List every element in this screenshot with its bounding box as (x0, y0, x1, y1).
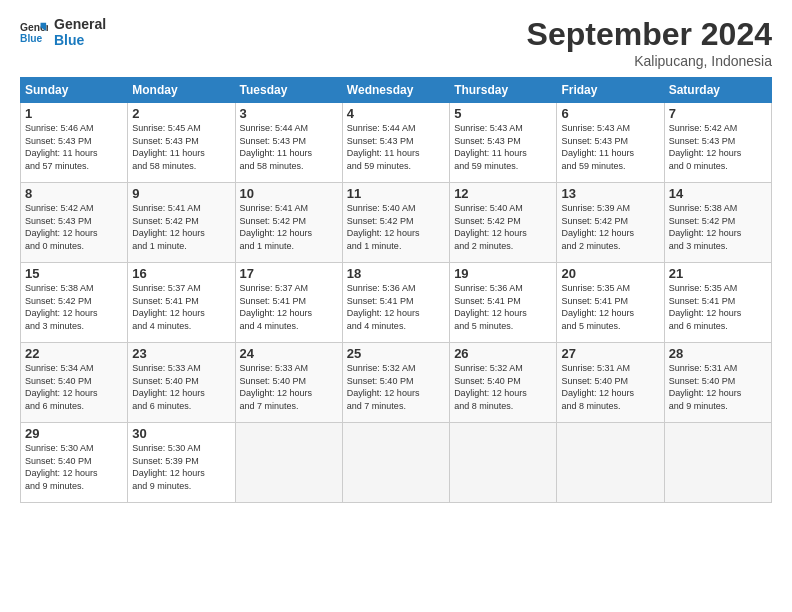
day-info: Sunrise: 5:43 AMSunset: 5:43 PMDaylight:… (561, 122, 659, 172)
day-cell: 9Sunrise: 5:41 AMSunset: 5:42 PMDaylight… (128, 183, 235, 263)
day-info: Sunrise: 5:42 AMSunset: 5:43 PMDaylight:… (25, 202, 123, 252)
day-number: 22 (25, 346, 123, 361)
day-number: 10 (240, 186, 338, 201)
day-number: 6 (561, 106, 659, 121)
day-number: 11 (347, 186, 445, 201)
day-cell (664, 423, 771, 503)
day-info: Sunrise: 5:32 AMSunset: 5:40 PMDaylight:… (347, 362, 445, 412)
day-cell (450, 423, 557, 503)
day-cell: 15Sunrise: 5:38 AMSunset: 5:42 PMDayligh… (21, 263, 128, 343)
header-row: SundayMondayTuesdayWednesdayThursdayFrid… (21, 78, 772, 103)
day-info: Sunrise: 5:37 AMSunset: 5:41 PMDaylight:… (240, 282, 338, 332)
col-header-sunday: Sunday (21, 78, 128, 103)
day-number: 29 (25, 426, 123, 441)
day-cell: 6Sunrise: 5:43 AMSunset: 5:43 PMDaylight… (557, 103, 664, 183)
day-number: 28 (669, 346, 767, 361)
day-cell: 17Sunrise: 5:37 AMSunset: 5:41 PMDayligh… (235, 263, 342, 343)
day-cell: 18Sunrise: 5:36 AMSunset: 5:41 PMDayligh… (342, 263, 449, 343)
logo-text-line2: Blue (54, 32, 106, 48)
day-cell: 30Sunrise: 5:30 AMSunset: 5:39 PMDayligh… (128, 423, 235, 503)
day-info: Sunrise: 5:40 AMSunset: 5:42 PMDaylight:… (347, 202, 445, 252)
day-info: Sunrise: 5:37 AMSunset: 5:41 PMDaylight:… (132, 282, 230, 332)
week-row-1: 1Sunrise: 5:46 AMSunset: 5:43 PMDaylight… (21, 103, 772, 183)
day-info: Sunrise: 5:45 AMSunset: 5:43 PMDaylight:… (132, 122, 230, 172)
day-number: 20 (561, 266, 659, 281)
day-number: 12 (454, 186, 552, 201)
day-number: 24 (240, 346, 338, 361)
day-cell: 23Sunrise: 5:33 AMSunset: 5:40 PMDayligh… (128, 343, 235, 423)
week-row-4: 22Sunrise: 5:34 AMSunset: 5:40 PMDayligh… (21, 343, 772, 423)
day-info: Sunrise: 5:30 AMSunset: 5:40 PMDaylight:… (25, 442, 123, 492)
day-cell: 12Sunrise: 5:40 AMSunset: 5:42 PMDayligh… (450, 183, 557, 263)
day-info: Sunrise: 5:43 AMSunset: 5:43 PMDaylight:… (454, 122, 552, 172)
day-number: 1 (25, 106, 123, 121)
day-number: 27 (561, 346, 659, 361)
day-cell (342, 423, 449, 503)
day-number: 19 (454, 266, 552, 281)
logo-icon: General Blue (20, 18, 48, 46)
day-cell: 24Sunrise: 5:33 AMSunset: 5:40 PMDayligh… (235, 343, 342, 423)
day-number: 21 (669, 266, 767, 281)
col-header-wednesday: Wednesday (342, 78, 449, 103)
day-info: Sunrise: 5:35 AMSunset: 5:41 PMDaylight:… (561, 282, 659, 332)
day-cell: 25Sunrise: 5:32 AMSunset: 5:40 PMDayligh… (342, 343, 449, 423)
day-cell: 26Sunrise: 5:32 AMSunset: 5:40 PMDayligh… (450, 343, 557, 423)
day-number: 3 (240, 106, 338, 121)
day-info: Sunrise: 5:32 AMSunset: 5:40 PMDaylight:… (454, 362, 552, 412)
day-number: 16 (132, 266, 230, 281)
day-info: Sunrise: 5:38 AMSunset: 5:42 PMDaylight:… (25, 282, 123, 332)
day-number: 26 (454, 346, 552, 361)
week-row-3: 15Sunrise: 5:38 AMSunset: 5:42 PMDayligh… (21, 263, 772, 343)
day-cell: 28Sunrise: 5:31 AMSunset: 5:40 PMDayligh… (664, 343, 771, 423)
day-number: 8 (25, 186, 123, 201)
col-header-saturday: Saturday (664, 78, 771, 103)
day-cell: 3Sunrise: 5:44 AMSunset: 5:43 PMDaylight… (235, 103, 342, 183)
day-info: Sunrise: 5:33 AMSunset: 5:40 PMDaylight:… (240, 362, 338, 412)
day-cell: 2Sunrise: 5:45 AMSunset: 5:43 PMDaylight… (128, 103, 235, 183)
day-cell: 7Sunrise: 5:42 AMSunset: 5:43 PMDaylight… (664, 103, 771, 183)
day-info: Sunrise: 5:44 AMSunset: 5:43 PMDaylight:… (240, 122, 338, 172)
day-info: Sunrise: 5:41 AMSunset: 5:42 PMDaylight:… (132, 202, 230, 252)
day-info: Sunrise: 5:36 AMSunset: 5:41 PMDaylight:… (347, 282, 445, 332)
day-cell: 13Sunrise: 5:39 AMSunset: 5:42 PMDayligh… (557, 183, 664, 263)
day-number: 14 (669, 186, 767, 201)
day-number: 9 (132, 186, 230, 201)
day-cell: 19Sunrise: 5:36 AMSunset: 5:41 PMDayligh… (450, 263, 557, 343)
logo-text-line1: General (54, 16, 106, 32)
day-info: Sunrise: 5:35 AMSunset: 5:41 PMDaylight:… (669, 282, 767, 332)
location-subtitle: Kalipucang, Indonesia (527, 53, 772, 69)
svg-text:Blue: Blue (20, 33, 43, 44)
logo: General Blue General Blue (20, 16, 106, 48)
header: General Blue General Blue September 2024… (20, 16, 772, 69)
day-info: Sunrise: 5:34 AMSunset: 5:40 PMDaylight:… (25, 362, 123, 412)
day-number: 13 (561, 186, 659, 201)
day-info: Sunrise: 5:40 AMSunset: 5:42 PMDaylight:… (454, 202, 552, 252)
day-info: Sunrise: 5:42 AMSunset: 5:43 PMDaylight:… (669, 122, 767, 172)
day-info: Sunrise: 5:36 AMSunset: 5:41 PMDaylight:… (454, 282, 552, 332)
day-cell: 16Sunrise: 5:37 AMSunset: 5:41 PMDayligh… (128, 263, 235, 343)
day-cell: 11Sunrise: 5:40 AMSunset: 5:42 PMDayligh… (342, 183, 449, 263)
day-info: Sunrise: 5:31 AMSunset: 5:40 PMDaylight:… (561, 362, 659, 412)
day-cell: 8Sunrise: 5:42 AMSunset: 5:43 PMDaylight… (21, 183, 128, 263)
col-header-tuesday: Tuesday (235, 78, 342, 103)
day-cell: 20Sunrise: 5:35 AMSunset: 5:41 PMDayligh… (557, 263, 664, 343)
day-number: 30 (132, 426, 230, 441)
day-cell: 21Sunrise: 5:35 AMSunset: 5:41 PMDayligh… (664, 263, 771, 343)
day-number: 17 (240, 266, 338, 281)
day-number: 25 (347, 346, 445, 361)
day-cell: 27Sunrise: 5:31 AMSunset: 5:40 PMDayligh… (557, 343, 664, 423)
day-info: Sunrise: 5:30 AMSunset: 5:39 PMDaylight:… (132, 442, 230, 492)
day-cell: 5Sunrise: 5:43 AMSunset: 5:43 PMDaylight… (450, 103, 557, 183)
day-number: 23 (132, 346, 230, 361)
week-row-2: 8Sunrise: 5:42 AMSunset: 5:43 PMDaylight… (21, 183, 772, 263)
day-number: 15 (25, 266, 123, 281)
day-info: Sunrise: 5:38 AMSunset: 5:42 PMDaylight:… (669, 202, 767, 252)
day-number: 7 (669, 106, 767, 121)
col-header-friday: Friday (557, 78, 664, 103)
day-info: Sunrise: 5:46 AMSunset: 5:43 PMDaylight:… (25, 122, 123, 172)
day-cell (557, 423, 664, 503)
day-info: Sunrise: 5:44 AMSunset: 5:43 PMDaylight:… (347, 122, 445, 172)
calendar-page: General Blue General Blue September 2024… (0, 0, 792, 612)
day-cell: 4Sunrise: 5:44 AMSunset: 5:43 PMDaylight… (342, 103, 449, 183)
week-row-5: 29Sunrise: 5:30 AMSunset: 5:40 PMDayligh… (21, 423, 772, 503)
